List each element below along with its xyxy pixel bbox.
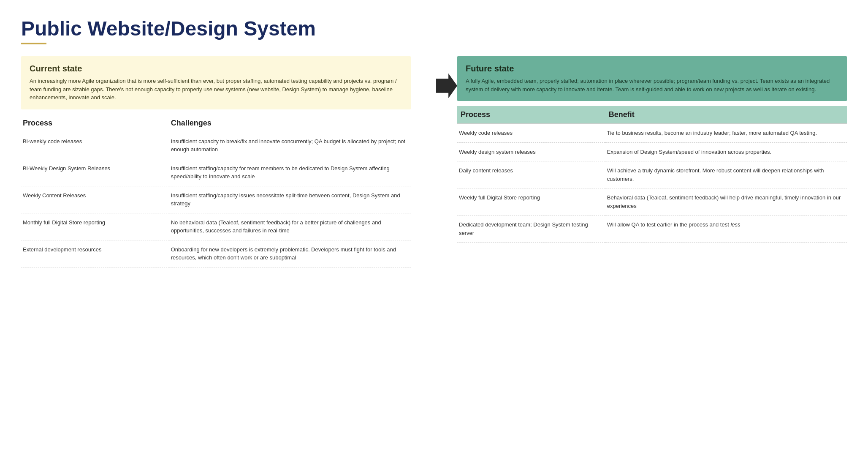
process-cell: Bi-weekly code releases [21, 132, 169, 159]
future-process-cell: Weekly design system releases [457, 142, 605, 161]
table-row: External development resourcesOnboarding… [21, 240, 411, 267]
right-section: Future state A fully Agile, embedded tea… [457, 56, 847, 243]
current-col1-header: Process [21, 114, 169, 132]
benefit-cell: Expansion of Design System/speed of inno… [605, 142, 847, 161]
current-state-description: An increasingly more Agile organization … [30, 77, 402, 102]
future-state-title: Future state [466, 64, 838, 74]
page-title: Public Website/Design System [21, 17, 847, 40]
future-process-cell: Dedicated development team; Design Syste… [457, 215, 605, 243]
table-row: Weekly design system releasesExpansion o… [457, 142, 847, 161]
process-cell: External development resources [21, 240, 169, 267]
current-state-title: Current state [30, 64, 402, 74]
main-layout: Current state An increasingly more Agile… [21, 56, 847, 267]
current-col2-header: Challenges [169, 114, 411, 132]
future-col1-header: Process [457, 106, 605, 124]
benefit-cell: Behavioral data (Tealeaf, sentiment feed… [605, 188, 847, 215]
current-table: Process Challenges Bi-weekly code releas… [21, 114, 411, 267]
table-row: Daily content releasesWill achieve a tru… [457, 161, 847, 188]
arrow-icon [436, 73, 457, 98]
benefit-cell: Will allow QA to test earlier in the pro… [605, 215, 847, 243]
future-process-cell: Daily content releases [457, 161, 605, 188]
table-row: Monthly full Digital Store reportingNo b… [21, 213, 411, 240]
future-col2-header: Benefit [605, 106, 847, 124]
challenge-cell: Insufficient staffing/capacity issues ne… [169, 186, 411, 213]
future-process-cell: Weekly full Digital Store reporting [457, 188, 605, 215]
table-row: Weekly code releasesTie to business resu… [457, 124, 847, 143]
title-underline [21, 43, 46, 44]
process-cell: Weekly Content Releases [21, 186, 169, 213]
table-row: Bi-weekly code releasesInsufficient capa… [21, 132, 411, 159]
process-cell: Bi-Weekly Design System Releases [21, 159, 169, 186]
table-row: Weekly full Digital Store reportingBehav… [457, 188, 847, 215]
left-section: Current state An increasingly more Agile… [21, 56, 411, 267]
current-state-box: Current state An increasingly more Agile… [21, 56, 411, 109]
challenge-cell: Onboarding for new developers is extreme… [169, 240, 411, 267]
arrow-area [436, 56, 457, 98]
future-table: Process Benefit Weekly code releasesTie … [457, 106, 847, 243]
future-state-description: A fully Agile, embedded team, properly s… [466, 77, 838, 93]
future-state-box: Future state A fully Agile, embedded tea… [457, 56, 847, 101]
svg-marker-0 [436, 74, 457, 98]
challenge-cell: No behavioral data (Tealeaf, sentiment f… [169, 213, 411, 240]
table-row: Dedicated development team; Design Syste… [457, 215, 847, 243]
process-cell: Monthly full Digital Store reporting [21, 213, 169, 240]
benefit-cell: Will achieve a truly dynamic storefront.… [605, 161, 847, 188]
challenge-cell: Insufficient staffing/capacity for team … [169, 159, 411, 186]
challenge-cell: Insufficient capacity to break/fix and i… [169, 132, 411, 159]
table-row: Weekly Content ReleasesInsufficient staf… [21, 186, 411, 213]
future-process-cell: Weekly code releases [457, 124, 605, 143]
table-row: Bi-Weekly Design System ReleasesInsuffic… [21, 159, 411, 186]
benefit-cell: Tie to business results, become an indus… [605, 124, 847, 143]
